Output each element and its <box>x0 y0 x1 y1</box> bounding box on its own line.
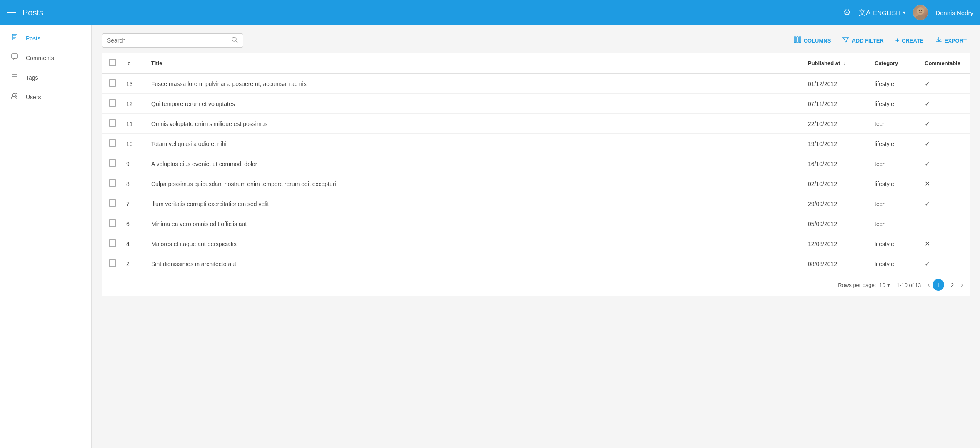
row-checkbox-cell <box>102 154 121 174</box>
row-checkbox-cell <box>102 94 121 114</box>
next-page-button[interactable]: › <box>961 281 963 289</box>
checkmark-icon: ✓ <box>925 80 930 87</box>
sidebar-label-comments: Comments <box>26 55 54 61</box>
add-filter-button[interactable]: ADD FILTER <box>839 34 887 47</box>
sidebar-label-posts: Posts <box>26 35 40 42</box>
header-title: Title <box>146 53 803 74</box>
table-row: 8Culpa possimus quibusdam nostrum enim t… <box>102 174 970 194</box>
tags-icon <box>10 73 19 82</box>
select-all-checkbox[interactable] <box>109 59 116 66</box>
columns-label: COLUMNS <box>804 38 831 44</box>
row-checkbox-cell <box>102 194 121 214</box>
row-commentable: ✕ <box>920 234 970 254</box>
username-label: Dennis Nedry <box>935 9 973 16</box>
export-button[interactable]: EXPORT <box>932 34 970 47</box>
table-row: 7Illum veritatis corrupti exercitationem… <box>102 194 970 214</box>
row-checkbox[interactable] <box>109 219 116 227</box>
row-title[interactable]: Minima ea vero omnis odit officiis aut <box>146 214 803 234</box>
search-input[interactable] <box>107 37 228 44</box>
rows-per-page-chevron: ▾ <box>887 282 890 288</box>
rows-per-page-select[interactable]: 10 ▾ <box>879 282 890 288</box>
search-box[interactable] <box>102 33 243 48</box>
row-commentable: ✓ <box>920 194 970 214</box>
translate-icon: 文A <box>859 8 870 18</box>
row-checkbox[interactable] <box>109 199 116 207</box>
page-1-button[interactable]: 1 <box>932 279 944 291</box>
rows-per-page-label: Rows per page: <box>838 282 876 288</box>
language-selector[interactable]: 文A ENGLISH ▾ <box>859 8 905 18</box>
row-category: tech <box>870 214 920 234</box>
row-id: 4 <box>121 234 146 254</box>
row-commentable: ✓ <box>920 74 970 94</box>
row-published-at: 22/10/2012 <box>803 114 870 134</box>
row-category: lifestyle <box>870 174 920 194</box>
row-published-at: 05/09/2012 <box>803 214 870 234</box>
header-checkbox-cell <box>102 53 121 74</box>
row-checkbox[interactable] <box>109 159 116 167</box>
export-icon <box>935 36 942 45</box>
row-category: tech <box>870 114 920 134</box>
topbar: Posts ⚙ 文A ENGLISH ▾ Dennis Nedry <box>0 0 980 25</box>
create-button[interactable]: + CREATE <box>892 34 927 47</box>
sidebar: Posts Comments Tags <box>0 25 92 448</box>
row-checkbox[interactable] <box>109 239 116 247</box>
menu-icon[interactable] <box>7 10 16 15</box>
pagination-range: 1-10 of 13 <box>897 282 921 288</box>
page-2-button[interactable]: 2 <box>947 279 958 291</box>
avatar-image <box>913 5 928 20</box>
table-row: 9A voluptas eius eveniet ut commodi dolo… <box>102 154 970 174</box>
row-title[interactable]: A voluptas eius eveniet ut commodi dolor <box>146 154 803 174</box>
svg-rect-19 <box>799 37 801 43</box>
row-title[interactable]: Culpa possimus quibusdam nostrum enim te… <box>146 174 803 194</box>
topbar-right: ⚙ 文A ENGLISH ▾ Dennis Nedry <box>843 5 973 20</box>
row-title[interactable]: Sint dignissimos in architecto aut <box>146 254 803 274</box>
row-commentable: ✓ <box>920 254 970 274</box>
svg-rect-17 <box>794 37 796 43</box>
prev-page-button[interactable]: ‹ <box>928 281 930 289</box>
row-title[interactable]: Qui tempore rerum et voluptates <box>146 94 803 114</box>
create-icon: + <box>895 37 899 44</box>
sidebar-item-comments[interactable]: Comments <box>0 48 91 68</box>
row-title[interactable]: Illum veritatis corrupti exercitationem … <box>146 194 803 214</box>
row-checkbox[interactable] <box>109 259 116 267</box>
columns-button[interactable]: COLUMNS <box>790 34 835 47</box>
table-row: 2Sint dignissimos in architecto aut08/08… <box>102 254 970 274</box>
row-title[interactable]: Fusce massa lorem, pulvinar a posuere ut… <box>146 74 803 94</box>
avatar[interactable] <box>913 5 928 20</box>
sidebar-item-tags[interactable]: Tags <box>0 68 91 87</box>
users-icon <box>10 92 19 102</box>
checkmark-icon: ✓ <box>925 120 930 127</box>
row-title[interactable]: Totam vel quasi a odio et nihil <box>146 134 803 154</box>
row-published-at: 12/08/2012 <box>803 234 870 254</box>
posts-icon <box>10 33 19 43</box>
svg-point-15 <box>232 37 236 41</box>
row-title[interactable]: Omnis voluptate enim similique est possi… <box>146 114 803 134</box>
row-checkbox[interactable] <box>109 179 116 187</box>
header-published-at[interactable]: Published at ↓ <box>803 53 870 74</box>
rows-per-page: Rows per page: 10 ▾ <box>838 282 890 288</box>
row-checkbox[interactable] <box>109 139 116 147</box>
data-table: Id Title Published at ↓ Category <box>102 53 970 296</box>
language-label: ENGLISH <box>873 9 900 16</box>
chevron-down-icon: ▾ <box>903 10 905 15</box>
row-published-at: 01/12/2012 <box>803 74 870 94</box>
row-title[interactable]: Maiores et itaque aut perspiciatis <box>146 234 803 254</box>
settings-icon[interactable]: ⚙ <box>843 7 851 18</box>
sidebar-item-users[interactable]: Users <box>0 87 91 107</box>
table-row: 13Fusce massa lorem, pulvinar a posuere … <box>102 74 970 94</box>
filter-icon <box>842 37 849 44</box>
sidebar-item-posts[interactable]: Posts <box>0 28 91 48</box>
row-id: 10 <box>121 134 146 154</box>
row-checkbox[interactable] <box>109 119 116 127</box>
header-commentable: Commentable <box>920 53 970 74</box>
row-checkbox[interactable] <box>109 79 116 87</box>
header-id: Id <box>121 53 146 74</box>
svg-rect-18 <box>797 37 798 43</box>
row-checkbox[interactable] <box>109 99 116 107</box>
row-commentable: ✕ <box>920 174 970 194</box>
toolbar: COLUMNS ADD FILTER + CREATE <box>102 33 970 48</box>
row-published-at: 07/11/2012 <box>803 94 870 114</box>
row-checkbox-cell <box>102 114 121 134</box>
row-commentable: ✓ <box>920 154 970 174</box>
row-published-at: 19/10/2012 <box>803 134 870 154</box>
